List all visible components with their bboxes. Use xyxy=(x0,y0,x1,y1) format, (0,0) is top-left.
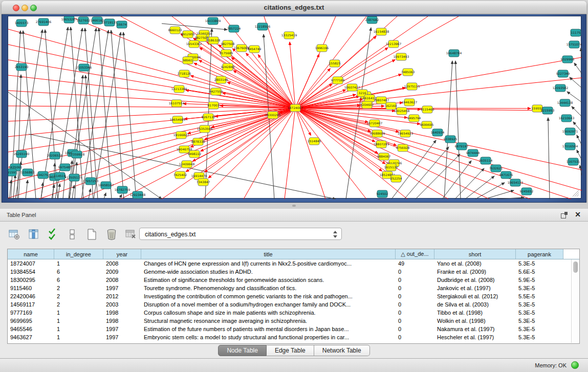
show-columns-icon[interactable] xyxy=(27,227,41,242)
graph-node[interactable]: 16107554 xyxy=(169,100,185,107)
table-row[interactable]: 946554611997Estimation of the future num… xyxy=(8,325,579,333)
tab-edge-table[interactable]: Edge Table xyxy=(267,345,314,356)
graph-node[interactable]: 2803144 xyxy=(214,76,228,83)
graph-node[interactable]: 9245652 xyxy=(520,188,534,195)
graph-node[interactable]: 10973493 xyxy=(394,53,409,60)
graph-node[interactable]: 9329966 xyxy=(561,56,575,63)
graph-node[interactable]: 17359928 xyxy=(69,151,85,158)
graph-node[interactable]: 13325419 xyxy=(281,32,297,39)
graph-node[interactable]: 8912955 xyxy=(181,31,195,38)
graph-node[interactable]: 16648784 xyxy=(446,50,462,57)
graph-node[interactable]: 1514845 xyxy=(308,138,321,145)
graph-node[interactable]: 19654985 xyxy=(170,116,186,123)
graph-node[interactable]: 924502 xyxy=(377,190,388,198)
table-options-icon[interactable] xyxy=(7,227,21,242)
scrollbar-thumb[interactable] xyxy=(573,261,578,273)
table-row[interactable]: 911546021997Tourette syndrome. Phenomeno… xyxy=(8,284,579,292)
graph-node[interactable]: 9756928 xyxy=(396,144,410,151)
graph-node[interactable]: 2387682 xyxy=(365,16,379,24)
table-row[interactable]: 1938455462009Genome-wide association stu… xyxy=(8,268,579,276)
window-titlebar[interactable]: citations_edges.txt xyxy=(2,1,586,14)
graph-node[interactable]: 12213967 xyxy=(386,40,402,48)
graph-node[interactable]: 1616417 xyxy=(363,95,377,102)
graph-node[interactable]: 8215953 xyxy=(541,107,555,114)
panel-splitter[interactable] xyxy=(0,203,588,209)
graph-node[interactable]: 7425402 xyxy=(173,171,187,179)
graph-node[interactable]: 16210643 xyxy=(559,115,575,122)
resize-grip-icon[interactable] xyxy=(573,190,579,196)
graph-node[interactable]: 9227349 xyxy=(556,70,570,77)
column-header-title[interactable]: title xyxy=(141,249,396,259)
table-row[interactable]: 946362711997Embryonic stem cells: a mode… xyxy=(8,333,579,341)
graph-node[interactable]: 7857224 xyxy=(227,25,241,32)
graph-node[interactable]: 16958107 xyxy=(98,182,114,189)
graph-node[interactable]: 2718126 xyxy=(178,70,191,77)
graph-node[interactable]: 9699695 xyxy=(420,121,434,128)
graph-node[interactable]: 9884067 xyxy=(377,153,391,160)
graph-node[interactable]: 98961 xyxy=(183,57,193,64)
graph-node[interactable]: 114519 xyxy=(54,172,66,180)
graph-node[interactable]: 2935114 xyxy=(479,157,493,164)
table-row[interactable]: 2242004622012Investigating the contribut… xyxy=(8,292,579,300)
graph-node[interactable]: 1405573 xyxy=(15,19,29,27)
tab-node-table[interactable]: Node Table xyxy=(218,345,267,356)
graph-node[interactable]: 1156863 xyxy=(21,169,35,176)
graph-node[interactable]: 9498222 xyxy=(188,150,202,158)
graph-node[interactable]: 20206536 xyxy=(47,152,63,159)
graph-node[interactable]: 9474444 xyxy=(466,149,480,157)
graph-node[interactable]: 10653287 xyxy=(61,16,77,23)
unselect-all-icon[interactable] xyxy=(66,227,80,242)
graph-node[interactable]: 2653190 xyxy=(15,63,29,71)
table-selector-dropdown[interactable]: citations_edges.txt xyxy=(139,228,342,240)
graph-node[interactable]: 15692971 xyxy=(562,128,578,135)
column-header-short[interactable]: short xyxy=(434,249,516,259)
graph-node[interactable]: 9115460 xyxy=(421,106,434,113)
graph-node[interactable]: 19654923 xyxy=(398,130,413,137)
graph-node[interactable]: 10654112 xyxy=(508,179,524,186)
graph-node[interactable]: 8660123 xyxy=(168,27,182,34)
graph-node[interactable]: 12975115 xyxy=(404,83,420,90)
graph-node[interactable]: 17016504 xyxy=(562,143,578,150)
vertical-scrollbar[interactable] xyxy=(571,259,579,343)
graph-node[interactable]: 10688609 xyxy=(369,130,385,137)
graph-node[interactable]: 13505135 xyxy=(67,174,82,181)
graph-node[interactable]: 9338925 xyxy=(444,136,458,143)
graph-node[interactable]: 9827508 xyxy=(221,40,235,48)
graph-node[interactable]: 162160 xyxy=(385,102,397,110)
select-all-icon[interactable] xyxy=(46,227,60,242)
graph-node[interactable]: 10719135 xyxy=(102,19,118,26)
graph-node[interactable]: 15751074 xyxy=(567,41,582,48)
delete-rows-icon[interactable] xyxy=(104,227,119,242)
graph-node[interactable]: 1342757 xyxy=(36,171,50,179)
graph-node[interactable]: 26265190 xyxy=(14,150,30,158)
table-row[interactable]: 969969511998Structural magnetic resonanc… xyxy=(8,317,579,325)
graph-node[interactable]: 155825 xyxy=(329,60,341,67)
delete-table-icon[interactable] xyxy=(124,227,138,242)
graph-node[interactable]: 15353598 xyxy=(197,125,213,133)
graph-node[interactable]: 27691406 xyxy=(36,18,52,26)
graph-node[interactable]: 9175685 xyxy=(220,50,233,57)
graph-node[interactable]: 1640934 xyxy=(431,129,445,136)
network-canvas[interactable]: 1872400786601238912955222603589827505165… xyxy=(8,16,582,199)
graph-node[interactable]: 7343847 xyxy=(197,179,210,186)
graph-node[interactable]: 9777169 xyxy=(331,77,345,84)
graph-node[interactable]: 7632621 xyxy=(489,165,503,172)
graph-node[interactable]: 11175 xyxy=(571,29,581,36)
graph-node[interactable]: 9495794 xyxy=(407,115,421,122)
tab-network-table[interactable]: Network Table xyxy=(314,345,370,356)
table-row[interactable]: 1830029562008Estimation of significance … xyxy=(8,276,579,284)
graph-node[interactable]: 9975487 xyxy=(58,164,72,171)
graph-node[interactable]: 12923448 xyxy=(130,191,146,199)
graph-node[interactable]: 8267130 xyxy=(202,114,215,121)
graph-node[interactable]: 1167531 xyxy=(567,158,580,165)
close-panel-icon[interactable]: ✕ xyxy=(575,210,581,218)
network-canvas-container[interactable]: 1872400786601238912955222603589827505165… xyxy=(8,16,581,199)
column-header-out_de[interactable]: △ out_de... xyxy=(396,249,434,259)
graph-node[interactable]: 252254 xyxy=(390,175,402,182)
column-header-pagerank[interactable]: pagerank xyxy=(516,249,563,259)
graph-node[interactable]: 8878334 xyxy=(191,138,205,145)
table-row[interactable]: 977716911998Corpus callosum shape and si… xyxy=(8,309,579,317)
graph-node[interactable]: 6879197 xyxy=(455,143,469,150)
graph-node[interactable]: 391591 xyxy=(8,169,17,176)
graph-node[interactable]: 7485063 xyxy=(401,69,415,76)
